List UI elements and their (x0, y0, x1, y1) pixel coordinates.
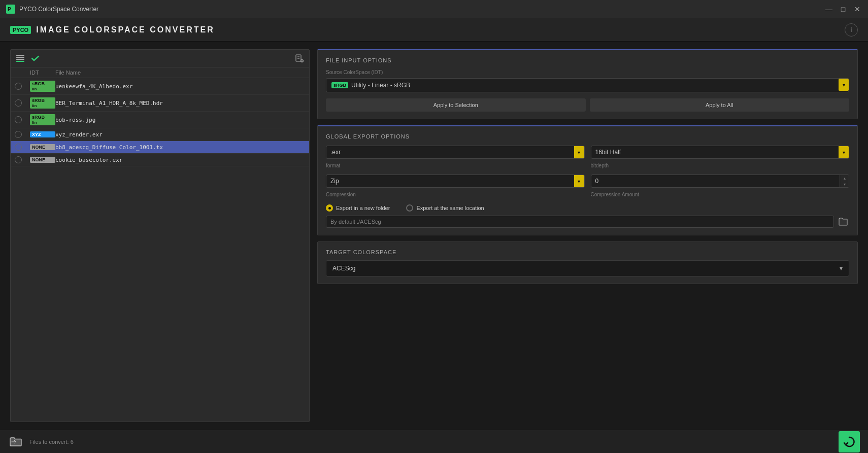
titlebar: P PYCO ColorSpace Converter — □ ✕ (0, 0, 868, 18)
compression-value: Zip (326, 175, 574, 187)
check-all-icon[interactable] (30, 53, 41, 64)
row-radio[interactable] (15, 99, 22, 107)
compression-amount-label: Compression Amount (591, 192, 850, 197)
file-row[interactable]: NONE cookie_basecolor.exr (11, 154, 309, 166)
window-controls: — □ ✕ (824, 5, 862, 14)
compression-amount-input[interactable]: 0 ▴ ▾ (591, 175, 850, 188)
target-colorspace-value: ACEScg (332, 265, 355, 272)
row-radio[interactable] (15, 156, 22, 163)
source-badge: sRGB (331, 82, 348, 88)
app-header: PYCO IMAGE COLORSPACE CONVERTER i (0, 18, 868, 42)
compression-dropdown[interactable]: Zip ▾ (326, 175, 585, 188)
decrement-button[interactable]: ▾ (840, 181, 849, 187)
convert-button[interactable] (839, 431, 860, 452)
close-button[interactable]: ✕ (853, 5, 862, 14)
svg-rect-5 (16, 61, 24, 62)
file-row[interactable]: sRGBlin BER_Terminal_A1_HDR_A_8k_MED.hdr (11, 95, 309, 112)
global-export-options-section: Global Export Options .exr ▾ format 16bi… (317, 125, 858, 235)
export-location-radio-row: Export in a new folder Export at the sam… (326, 204, 849, 212)
format-value: .exr (326, 146, 574, 158)
svg-text:P: P (8, 7, 11, 12)
compression-amount-spinners: ▴ ▾ (840, 175, 849, 187)
file-input-options-title: File Input Options (326, 57, 849, 63)
pyco-badge: PYCO (10, 26, 31, 34)
file-count-label: Files to convert: 6 (29, 439, 74, 445)
source-colorspace-value: Utility - Linear - sRGB (351, 82, 410, 89)
bitdepth-value: 16bit Half (591, 146, 839, 158)
svg-rect-2 (16, 55, 24, 56)
app-icon: P (6, 5, 15, 14)
file-panel-toolbar (11, 50, 309, 67)
row-radio[interactable] (15, 131, 22, 138)
export-same-location-radio[interactable] (406, 204, 413, 212)
file-list-header: IDT File Name (11, 67, 309, 78)
titlebar-title: PYCO ColorSpace Converter (19, 6, 98, 13)
apply-selection-button[interactable]: Apply to Selection (326, 98, 586, 112)
format-dropdown-arrow[interactable]: ▾ (574, 146, 584, 158)
idt-badge: sRGBlin (30, 81, 55, 92)
open-folder-button[interactable] (8, 434, 23, 449)
apply-all-button[interactable]: Apply to All (590, 98, 850, 112)
file-input-options-section: File Input Options Source ColorSpace (ID… (317, 49, 858, 119)
file-row-selected[interactable]: NONE bb8_acescg_Diffuse Color_1001.tx (11, 141, 309, 154)
compression-amount-field-group: 0 ▴ ▾ Compression Amount (591, 175, 850, 197)
apply-buttons-row: Apply to Selection Apply to All (326, 98, 849, 112)
export-same-location-label: Export at the same location (416, 205, 484, 211)
format-dropdown[interactable]: .exr ▾ (326, 146, 585, 159)
list-view-icon[interactable] (15, 53, 26, 64)
file-row[interactable]: sRGBlin uenkeewfa_4K_Albedo.exr (11, 78, 309, 95)
add-file-icon[interactable] (294, 53, 305, 64)
file-name: bob-ross.jpg (55, 117, 305, 123)
export-new-folder-label: Export in a new folder (336, 205, 390, 211)
file-name: cookie_basecolor.exr (55, 157, 305, 163)
bitdepth-dropdown[interactable]: 16bit Half ▾ (591, 146, 850, 159)
bitdepth-label: bitdepth (591, 163, 850, 168)
source-colorspace-label: Source ColorSpace (IDT) (326, 69, 849, 75)
export-same-location-option[interactable]: Export at the same location (406, 204, 484, 212)
idt-badge: NONE (30, 144, 55, 150)
file-row[interactable]: sRGBlin bob-ross.jpg (11, 112, 309, 128)
file-panel: IDT File Name sRGBlin uenkeewfa_4K_Albed… (10, 49, 310, 422)
idt-badge: sRGBlin (30, 114, 55, 125)
bottom-bar: Files to convert: 6 (0, 430, 868, 453)
export-new-folder-option[interactable]: Export in a new folder (326, 204, 390, 212)
export-options-grid: .exr ▾ format 16bit Half ▾ bitdepth (326, 146, 849, 197)
target-colorspace-dropdown[interactable]: ACEScg ▾ (326, 260, 849, 276)
compression-label: Compression (326, 192, 585, 197)
bitdepth-field-group: 16bit Half ▾ bitdepth (591, 146, 850, 168)
target-colorspace-section: TARGET COLORSPACE ACEScg ▾ (317, 241, 858, 284)
browse-folder-button[interactable] (837, 216, 849, 228)
increment-button[interactable]: ▴ (840, 175, 849, 181)
file-list-body: sRGBlin uenkeewfa_4K_Albedo.exr sRGBlin … (11, 78, 309, 422)
svg-rect-3 (16, 57, 24, 58)
file-name: BER_Terminal_A1_HDR_A_8k_MED.hdr (55, 100, 305, 107)
format-field-group: .exr ▾ format (326, 146, 585, 168)
file-name: uenkeewfa_4K_Albedo.exr (55, 83, 305, 90)
export-path-input[interactable]: By default ./ACEScg (326, 216, 834, 228)
source-dropdown-arrow[interactable]: ▾ (839, 79, 849, 91)
global-export-options-title: Global Export Options (326, 133, 849, 140)
file-name: xyz_render.exr (55, 131, 305, 138)
compression-dropdown-arrow[interactable]: ▾ (574, 175, 584, 187)
file-row[interactable]: XYZ xyz_render.exr (11, 128, 309, 141)
right-panel: File Input Options Source ColorSpace (ID… (317, 49, 858, 422)
source-colorspace-dropdown[interactable]: sRGB Utility - Linear - sRGB ▾ (326, 78, 849, 92)
maximize-button[interactable]: □ (839, 5, 848, 14)
row-radio[interactable] (15, 144, 22, 151)
row-radio[interactable] (15, 116, 22, 123)
main-layout: IDT File Name sRGBlin uenkeewfa_4K_Albed… (0, 42, 868, 430)
minimize-button[interactable]: — (824, 5, 833, 14)
export-new-folder-radio[interactable] (326, 204, 333, 212)
info-button[interactable]: i (845, 23, 858, 37)
idt-badge: sRGBlin (30, 97, 55, 109)
format-label: format (326, 163, 585, 168)
file-name: bb8_acescg_Diffuse Color_1001.tx (55, 144, 305, 151)
app-title: IMAGE COLORSPACE CONVERTER (36, 25, 215, 34)
row-radio[interactable] (15, 83, 22, 90)
compression-field-group: Zip ▾ Compression (326, 175, 585, 197)
target-dropdown-arrow: ▾ (840, 265, 843, 272)
bitdepth-dropdown-arrow[interactable]: ▾ (839, 146, 849, 158)
target-colorspace-title: TARGET COLORSPACE (326, 249, 849, 255)
compression-amount-value: 0 (591, 175, 840, 187)
svg-rect-4 (16, 59, 24, 60)
